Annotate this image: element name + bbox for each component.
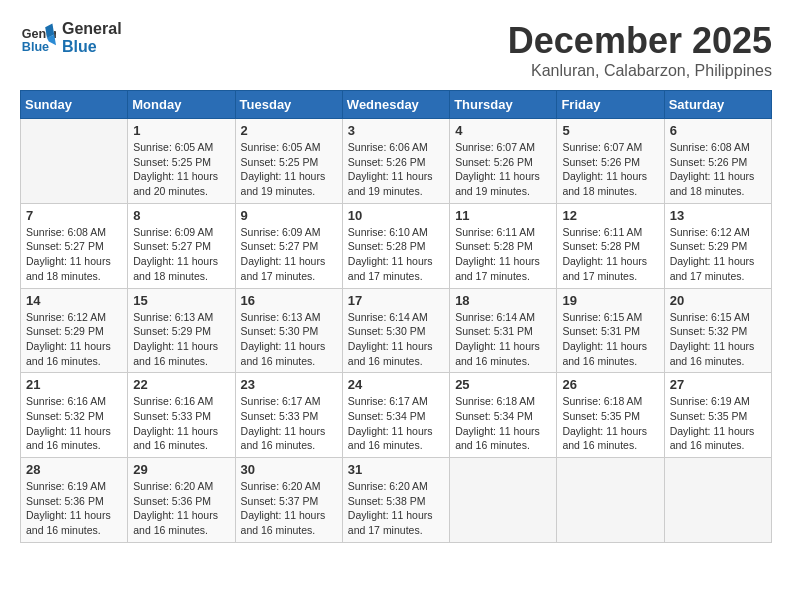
calendar-cell: 5Sunrise: 6:07 AM Sunset: 5:26 PM Daylig… [557, 119, 664, 204]
weekday-header-friday: Friday [557, 91, 664, 119]
calendar-cell: 20Sunrise: 6:15 AM Sunset: 5:32 PM Dayli… [664, 288, 771, 373]
day-number: 29 [133, 462, 229, 477]
day-info: Sunrise: 6:13 AM Sunset: 5:30 PM Dayligh… [241, 310, 337, 369]
day-info: Sunrise: 6:20 AM Sunset: 5:36 PM Dayligh… [133, 479, 229, 538]
weekday-header-thursday: Thursday [450, 91, 557, 119]
day-info: Sunrise: 6:19 AM Sunset: 5:36 PM Dayligh… [26, 479, 122, 538]
calendar-cell: 28Sunrise: 6:19 AM Sunset: 5:36 PM Dayli… [21, 458, 128, 543]
calendar-cell [557, 458, 664, 543]
day-number: 2 [241, 123, 337, 138]
day-info: Sunrise: 6:06 AM Sunset: 5:26 PM Dayligh… [348, 140, 444, 199]
day-info: Sunrise: 6:10 AM Sunset: 5:28 PM Dayligh… [348, 225, 444, 284]
weekday-header-sunday: Sunday [21, 91, 128, 119]
day-number: 1 [133, 123, 229, 138]
day-number: 11 [455, 208, 551, 223]
day-info: Sunrise: 6:20 AM Sunset: 5:37 PM Dayligh… [241, 479, 337, 538]
calendar-cell: 13Sunrise: 6:12 AM Sunset: 5:29 PM Dayli… [664, 203, 771, 288]
day-info: Sunrise: 6:05 AM Sunset: 5:25 PM Dayligh… [241, 140, 337, 199]
day-number: 4 [455, 123, 551, 138]
calendar-cell: 4Sunrise: 6:07 AM Sunset: 5:26 PM Daylig… [450, 119, 557, 204]
logo-text-line2: Blue [62, 38, 122, 56]
day-info: Sunrise: 6:09 AM Sunset: 5:27 PM Dayligh… [241, 225, 337, 284]
day-number: 25 [455, 377, 551, 392]
day-number: 30 [241, 462, 337, 477]
day-number: 16 [241, 293, 337, 308]
day-number: 27 [670, 377, 766, 392]
calendar-cell: 21Sunrise: 6:16 AM Sunset: 5:32 PM Dayli… [21, 373, 128, 458]
weekday-header-tuesday: Tuesday [235, 91, 342, 119]
day-info: Sunrise: 6:09 AM Sunset: 5:27 PM Dayligh… [133, 225, 229, 284]
calendar-cell: 6Sunrise: 6:08 AM Sunset: 5:26 PM Daylig… [664, 119, 771, 204]
day-number: 13 [670, 208, 766, 223]
day-info: Sunrise: 6:08 AM Sunset: 5:27 PM Dayligh… [26, 225, 122, 284]
calendar-cell: 16Sunrise: 6:13 AM Sunset: 5:30 PM Dayli… [235, 288, 342, 373]
day-number: 8 [133, 208, 229, 223]
day-info: Sunrise: 6:12 AM Sunset: 5:29 PM Dayligh… [670, 225, 766, 284]
calendar-cell: 18Sunrise: 6:14 AM Sunset: 5:31 PM Dayli… [450, 288, 557, 373]
calendar-cell [21, 119, 128, 204]
week-row-2: 7Sunrise: 6:08 AM Sunset: 5:27 PM Daylig… [21, 203, 772, 288]
day-number: 31 [348, 462, 444, 477]
day-info: Sunrise: 6:15 AM Sunset: 5:31 PM Dayligh… [562, 310, 658, 369]
day-number: 28 [26, 462, 122, 477]
calendar-cell: 9Sunrise: 6:09 AM Sunset: 5:27 PM Daylig… [235, 203, 342, 288]
day-info: Sunrise: 6:16 AM Sunset: 5:33 PM Dayligh… [133, 394, 229, 453]
calendar-cell: 3Sunrise: 6:06 AM Sunset: 5:26 PM Daylig… [342, 119, 449, 204]
week-row-3: 14Sunrise: 6:12 AM Sunset: 5:29 PM Dayli… [21, 288, 772, 373]
day-number: 7 [26, 208, 122, 223]
calendar-cell: 25Sunrise: 6:18 AM Sunset: 5:34 PM Dayli… [450, 373, 557, 458]
header: General Blue General Blue December 2025 … [20, 20, 772, 80]
title-section: December 2025 Kanluran, Calabarzon, Phil… [508, 20, 772, 80]
calendar-cell: 30Sunrise: 6:20 AM Sunset: 5:37 PM Dayli… [235, 458, 342, 543]
location-title: Kanluran, Calabarzon, Philippines [508, 62, 772, 80]
day-info: Sunrise: 6:16 AM Sunset: 5:32 PM Dayligh… [26, 394, 122, 453]
day-info: Sunrise: 6:07 AM Sunset: 5:26 PM Dayligh… [455, 140, 551, 199]
logo-text-line1: General [62, 20, 122, 38]
calendar-cell: 24Sunrise: 6:17 AM Sunset: 5:34 PM Dayli… [342, 373, 449, 458]
calendar-cell: 17Sunrise: 6:14 AM Sunset: 5:30 PM Dayli… [342, 288, 449, 373]
day-info: Sunrise: 6:17 AM Sunset: 5:33 PM Dayligh… [241, 394, 337, 453]
day-info: Sunrise: 6:14 AM Sunset: 5:30 PM Dayligh… [348, 310, 444, 369]
svg-text:Blue: Blue [22, 40, 49, 54]
logo-icon: General Blue [20, 20, 56, 56]
calendar-cell: 1Sunrise: 6:05 AM Sunset: 5:25 PM Daylig… [128, 119, 235, 204]
day-info: Sunrise: 6:17 AM Sunset: 5:34 PM Dayligh… [348, 394, 444, 453]
calendar-cell: 27Sunrise: 6:19 AM Sunset: 5:35 PM Dayli… [664, 373, 771, 458]
day-info: Sunrise: 6:15 AM Sunset: 5:32 PM Dayligh… [670, 310, 766, 369]
calendar-cell: 31Sunrise: 6:20 AM Sunset: 5:38 PM Dayli… [342, 458, 449, 543]
day-number: 10 [348, 208, 444, 223]
calendar-cell [450, 458, 557, 543]
calendar-cell: 29Sunrise: 6:20 AM Sunset: 5:36 PM Dayli… [128, 458, 235, 543]
calendar-cell: 26Sunrise: 6:18 AM Sunset: 5:35 PM Dayli… [557, 373, 664, 458]
day-number: 19 [562, 293, 658, 308]
calendar-cell: 15Sunrise: 6:13 AM Sunset: 5:29 PM Dayli… [128, 288, 235, 373]
week-row-5: 28Sunrise: 6:19 AM Sunset: 5:36 PM Dayli… [21, 458, 772, 543]
day-number: 9 [241, 208, 337, 223]
day-info: Sunrise: 6:12 AM Sunset: 5:29 PM Dayligh… [26, 310, 122, 369]
day-info: Sunrise: 6:14 AM Sunset: 5:31 PM Dayligh… [455, 310, 551, 369]
calendar-table: SundayMondayTuesdayWednesdayThursdayFrid… [20, 90, 772, 543]
day-info: Sunrise: 6:18 AM Sunset: 5:35 PM Dayligh… [562, 394, 658, 453]
calendar-cell: 23Sunrise: 6:17 AM Sunset: 5:33 PM Dayli… [235, 373, 342, 458]
day-number: 23 [241, 377, 337, 392]
day-number: 14 [26, 293, 122, 308]
day-info: Sunrise: 6:08 AM Sunset: 5:26 PM Dayligh… [670, 140, 766, 199]
month-title: December 2025 [508, 20, 772, 62]
calendar-cell: 11Sunrise: 6:11 AM Sunset: 5:28 PM Dayli… [450, 203, 557, 288]
day-number: 3 [348, 123, 444, 138]
day-number: 12 [562, 208, 658, 223]
logo: General Blue General Blue [20, 20, 122, 56]
calendar-cell: 10Sunrise: 6:10 AM Sunset: 5:28 PM Dayli… [342, 203, 449, 288]
day-number: 26 [562, 377, 658, 392]
day-number: 24 [348, 377, 444, 392]
day-number: 6 [670, 123, 766, 138]
weekday-header-row: SundayMondayTuesdayWednesdayThursdayFrid… [21, 91, 772, 119]
week-row-1: 1Sunrise: 6:05 AM Sunset: 5:25 PM Daylig… [21, 119, 772, 204]
day-number: 22 [133, 377, 229, 392]
calendar-cell [664, 458, 771, 543]
calendar-cell: 12Sunrise: 6:11 AM Sunset: 5:28 PM Dayli… [557, 203, 664, 288]
day-info: Sunrise: 6:11 AM Sunset: 5:28 PM Dayligh… [455, 225, 551, 284]
week-row-4: 21Sunrise: 6:16 AM Sunset: 5:32 PM Dayli… [21, 373, 772, 458]
day-info: Sunrise: 6:18 AM Sunset: 5:34 PM Dayligh… [455, 394, 551, 453]
day-info: Sunrise: 6:13 AM Sunset: 5:29 PM Dayligh… [133, 310, 229, 369]
